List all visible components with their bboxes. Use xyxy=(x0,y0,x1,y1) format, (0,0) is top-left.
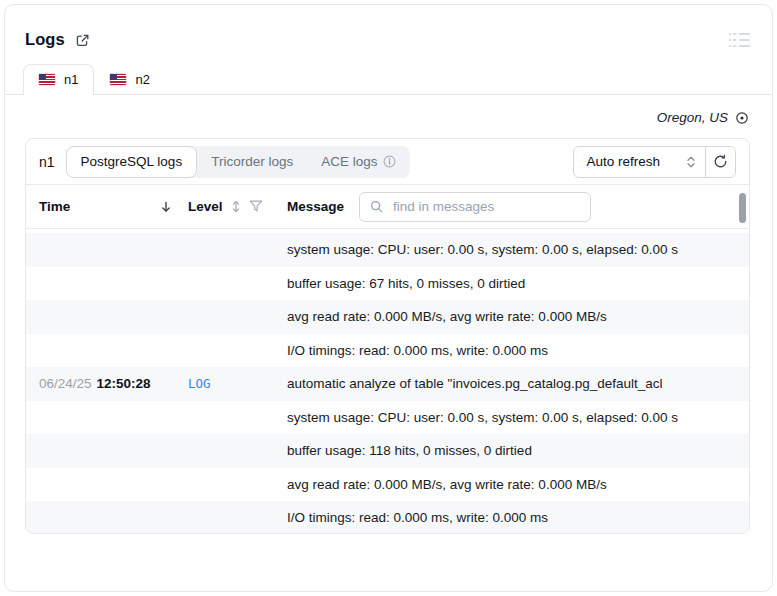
log-level: LOG xyxy=(188,376,287,391)
tab-n1[interactable]: n1 xyxy=(23,64,94,95)
logs-toolbar: n1 PostgreSQL logs Tricorder logs ACE lo… xyxy=(26,139,749,185)
log-row[interactable]: I/O timings: read: 0.000 ms, write: 0.00… xyxy=(26,501,749,534)
filter-icon[interactable] xyxy=(249,200,263,213)
tab-tricorder-logs[interactable]: Tricorder logs xyxy=(197,146,307,178)
log-message: avg read rate: 0.000 MB/s, avg write rat… xyxy=(287,309,736,324)
info-icon xyxy=(383,155,396,168)
tab-n2[interactable]: n2 xyxy=(94,64,165,95)
log-message: system usage: CPU: user: 0.00 s, system:… xyxy=(287,410,736,425)
region-row: Oregon, US xyxy=(5,95,772,138)
column-message: Message xyxy=(287,199,344,214)
widget-menu-icon[interactable] xyxy=(729,30,750,49)
log-message: automatic analyze of table "invoices.pg_… xyxy=(287,376,736,391)
us-flag-icon xyxy=(110,74,126,85)
log-date: 06/24/25 xyxy=(39,376,92,391)
log-row[interactable]: system usage: CPU: user: 0.00 s, system:… xyxy=(26,401,749,435)
tab-label: n2 xyxy=(135,72,149,87)
instance-label: n1 xyxy=(39,154,55,170)
sort-desc-icon[interactable] xyxy=(160,201,172,213)
log-row[interactable]: 06/24/25 12:50:28 LOG automatic analyze … xyxy=(26,367,749,401)
endpoint-tabbar: n1 n2 xyxy=(5,64,772,95)
widget-header: Logs xyxy=(5,5,772,49)
log-message: avg read rate: 0.000 MB/s, avg write rat… xyxy=(287,477,736,492)
log-message: buffer usage: 67 hits, 0 misses, 0 dirti… xyxy=(287,276,736,291)
location-icon xyxy=(735,111,749,125)
us-flag-icon xyxy=(39,74,55,85)
log-source-switcher: PostgreSQL logs Tricorder logs ACE logs xyxy=(66,146,411,178)
log-row[interactable]: system usage: CPU: user: 0.00 s, system:… xyxy=(26,233,749,267)
log-time: 12:50:28 xyxy=(97,376,151,391)
search-icon xyxy=(370,200,383,213)
logs-panel: n1 PostgreSQL logs Tricorder logs ACE lo… xyxy=(25,138,750,534)
page-title: Logs xyxy=(25,30,65,49)
external-link-icon[interactable] xyxy=(75,33,90,48)
log-row[interactable]: avg read rate: 0.000 MB/s, avg write rat… xyxy=(26,468,749,502)
log-row[interactable]: buffer usage: 67 hits, 0 misses, 0 dirti… xyxy=(26,267,749,301)
select-chevrons-icon xyxy=(686,155,696,169)
log-message: I/O timings: read: 0.000 ms, write: 0.00… xyxy=(287,343,736,358)
refresh-controls: Auto refresh xyxy=(573,146,736,178)
scrollbar-thumb[interactable] xyxy=(739,193,746,223)
log-message: buffer usage: 118 hits, 0 misses, 0 dirt… xyxy=(287,443,736,458)
message-search xyxy=(359,192,591,222)
column-level: Level xyxy=(188,199,223,214)
column-time: Time xyxy=(39,199,70,214)
log-timestamp: 06/24/25 12:50:28 xyxy=(39,376,188,391)
search-input[interactable] xyxy=(391,198,580,215)
log-row[interactable]: avg read rate: 0.000 MB/s, avg write rat… xyxy=(26,300,749,334)
log-message: system usage: CPU: user: 0.00 s, system:… xyxy=(287,242,736,257)
sort-both-icon[interactable] xyxy=(231,200,241,213)
log-row[interactable]: buffer usage: 118 hits, 0 misses, 0 dirt… xyxy=(26,434,749,468)
log-message: I/O timings: read: 0.000 ms, write: 0.00… xyxy=(287,510,736,525)
logs-widget: Logs n1 n2 Oreg xyxy=(4,4,773,592)
log-rows: system usage: CPU: user: 0.00 s, system:… xyxy=(26,229,749,534)
tab-label: n1 xyxy=(64,72,78,87)
auto-refresh-select[interactable]: Auto refresh xyxy=(574,147,705,177)
region-label: Oregon, US xyxy=(657,110,728,125)
table-header: Time Level xyxy=(26,185,749,229)
tab-ace-logs[interactable]: ACE logs xyxy=(307,146,410,178)
refresh-button[interactable] xyxy=(705,147,735,177)
tab-postgresql-logs[interactable]: PostgreSQL logs xyxy=(66,146,198,178)
log-row[interactable]: I/O timings: read: 0.000 ms, write: 0.00… xyxy=(26,334,749,368)
